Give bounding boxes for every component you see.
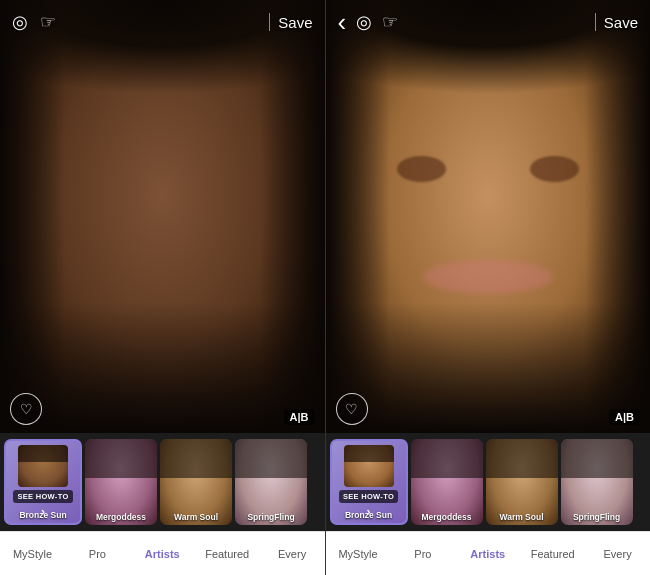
- left-mergoddess-label: Mergoddess: [85, 512, 157, 522]
- left-tab-every[interactable]: Every: [260, 548, 325, 560]
- left-ab-badge[interactable]: A|B: [284, 409, 315, 425]
- left-panel: ◎ ☞ Save ♡ A|B: [0, 0, 326, 575]
- left-face-icon[interactable]: ◎: [12, 11, 28, 33]
- right-carousel: SEE HOW-TO › Bronze Sun Mergoddess Warm …: [326, 433, 651, 531]
- left-carousel-item-bronze-sun[interactable]: SEE HOW-TO › Bronze Sun: [4, 439, 82, 525]
- right-tab-artists[interactable]: Artists: [455, 548, 520, 560]
- right-carousel-item-spring-fling[interactable]: SpringFling: [561, 439, 633, 525]
- left-top-bar: ◎ ☞ Save: [0, 0, 325, 44]
- right-bronze-sun-label: Bronze Sun: [332, 510, 406, 520]
- left-tab-artists[interactable]: Artists: [130, 548, 195, 560]
- left-carousel-item-mergoddess[interactable]: Mergoddess: [85, 439, 157, 525]
- right-tab-featured[interactable]: Featured: [520, 548, 585, 560]
- left-carousel-item-spring-fling[interactable]: SpringFling: [235, 439, 307, 525]
- right-carousel-item-warm-soul[interactable]: Warm Soul: [486, 439, 558, 525]
- right-carousel-item-bronze-sun[interactable]: SEE HOW-TO › Bronze Sun: [330, 439, 408, 525]
- right-warm-soul-label: Warm Soul: [486, 512, 558, 522]
- left-spring-fling-label: SpringFling: [235, 512, 307, 522]
- left-heart-button[interactable]: ♡: [10, 393, 42, 425]
- left-carousel-item-warm-soul[interactable]: Warm Soul: [160, 439, 232, 525]
- right-tab-pro[interactable]: Pro: [390, 548, 455, 560]
- left-bronze-sun-label: Bronze Sun: [6, 510, 80, 520]
- right-see-how-to-badge: SEE HOW-TO: [339, 490, 398, 503]
- left-photo-area: ◎ ☞ Save ♡ A|B: [0, 0, 325, 433]
- right-photo-area: ‹ ◎ ☞ Save ♡ A|B: [326, 0, 651, 433]
- right-tab-every[interactable]: Every: [585, 548, 650, 560]
- left-tab-pro[interactable]: Pro: [65, 548, 130, 560]
- right-tab-bar: MyStyle Pro Artists Featured Every: [326, 531, 651, 575]
- right-top-bar: ‹ ◎ ☞ Save: [326, 0, 651, 44]
- right-heart-icon: ♡: [345, 401, 358, 417]
- left-hand-icon[interactable]: ☞: [40, 11, 56, 33]
- right-ab-badge[interactable]: A|B: [609, 409, 640, 425]
- left-tab-featured[interactable]: Featured: [195, 548, 260, 560]
- right-tab-mystyle[interactable]: MyStyle: [326, 548, 391, 560]
- left-save-button[interactable]: Save: [278, 14, 312, 31]
- left-see-how-to-badge: SEE HOW-TO: [13, 490, 72, 503]
- left-warm-soul-label: Warm Soul: [160, 512, 232, 522]
- left-tab-bar: MyStyle Pro Artists Featured Every: [0, 531, 325, 575]
- right-face-icon[interactable]: ◎: [356, 11, 372, 33]
- right-back-button[interactable]: ‹: [338, 9, 347, 35]
- right-mergoddess-label: Mergoddess: [411, 512, 483, 522]
- left-carousel: SEE HOW-TO › Bronze Sun Mergoddess Warm …: [0, 433, 325, 531]
- right-hand-icon[interactable]: ☞: [382, 11, 398, 33]
- left-tab-mystyle[interactable]: MyStyle: [0, 548, 65, 560]
- right-panel: ‹ ◎ ☞ Save ♡ A|B: [326, 0, 651, 575]
- right-carousel-item-mergoddess[interactable]: Mergoddess: [411, 439, 483, 525]
- right-save-button[interactable]: Save: [604, 14, 638, 31]
- right-spring-fling-label: SpringFling: [561, 512, 633, 522]
- left-heart-icon: ♡: [20, 401, 33, 417]
- right-heart-button[interactable]: ♡: [336, 393, 368, 425]
